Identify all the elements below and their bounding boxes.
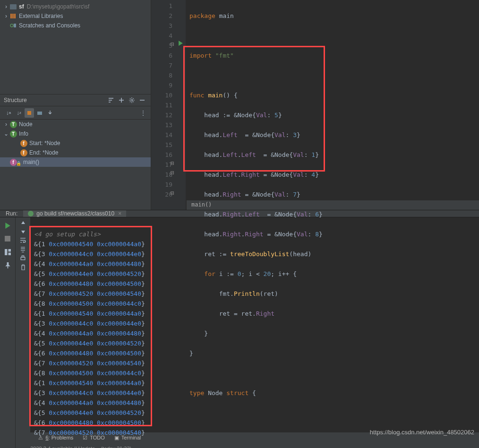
sort-icon[interactable] [106,95,116,105]
run-tab[interactable]: go build sf/newclass2/class010 × [23,210,126,217]
project-root[interactable]: › sf D:\mysetup\gopath\src\sf [0,2,151,11]
console-line: &{3 0xc0000044c0 0xc0000044e0} [34,319,475,328]
struct-label: Start: *Node [29,140,60,146]
wrap-icon[interactable] [20,237,26,243]
project-tree: › sf D:\mysetup\gopath\src\sf › External… [0,0,151,94]
svg-rect-10 [8,249,10,251]
stop-icon[interactable] [2,233,13,244]
run-label: Run: [0,210,23,217]
watermark: https://blog.csdn.net/weixin_48502062 [370,429,474,436]
layout-icon[interactable] [2,247,13,257]
sort-alpha-icon[interactable]: ↓a [4,108,13,118]
struct-label: main() [23,159,39,165]
editor-marks: ⊟ ⊟ ⊟ ⊟ [177,0,186,210]
scratch-icon [9,22,17,29]
pin-icon[interactable] [2,260,13,270]
fold-icon[interactable]: ⊟ [171,41,176,46]
console-line: &{4 0xc0000044a0 0xc000004480} [34,259,475,269]
chevron-right-icon[interactable]: › [3,3,9,10]
console-line: &{5 0xc0000044e0 0xc000004520} [34,338,475,348]
gear-icon[interactable] [127,95,137,105]
struct-label: Node [19,121,33,128]
svg-rect-12 [21,257,25,259]
library-icon [9,12,17,20]
console-line: &{1 0xc000004540 0xc0000044a0} [34,309,475,319]
svg-rect-4 [14,24,16,27]
breadcrumb[interactable]: main() [187,200,479,210]
svg-rect-13 [22,256,24,257]
project-name: sf [19,3,24,10]
console-line: &{8 0xc000004500 0xc0000044c0} [34,299,475,309]
struct-node[interactable]: › T Node [0,120,151,129]
console-line: &{4 0xc0000044a0 0xc000004480} [34,328,475,338]
svg-rect-6 [27,111,31,115]
console-line: &{5 0xc0000044e0 0xc000004520} [34,408,475,418]
struct-field[interactable]: f Start: *Node [0,138,151,148]
svg-rect-11 [8,252,10,255]
folder-icon[interactable] [35,108,44,118]
run-toolbar-left [0,217,15,448]
struct-field[interactable]: f End: *Node [0,148,151,157]
structure-title: Structure [4,97,105,103]
run-gutter-icon[interactable] [178,41,184,46]
svg-point-3 [10,24,13,27]
up-icon[interactable] [20,220,26,226]
scratches[interactable]: Scratches and Consoles [0,21,151,30]
console-line: &{3 0xc0000044c0 0xc0000044e0} [34,388,475,398]
minimize-icon[interactable] [137,95,147,105]
svg-rect-9 [5,249,7,255]
expand-icon[interactable] [117,95,126,105]
code-area[interactable]: package main import "fmt" func main() { … [186,0,479,210]
code-editor[interactable]: 1234567891011121314151617181920 ⊟ ⊟ ⊟ ⊟ … [151,0,479,210]
console-line: &{6 0xc000004480 0xc000004500} [34,418,475,428]
close-icon[interactable]: × [118,210,121,217]
console-line: &{4 0xc0000044a0 0xc000004480} [34,398,475,408]
down-icon[interactable] [20,229,26,234]
svg-rect-8 [5,236,10,241]
autoscroll-icon[interactable] [45,108,55,118]
bug-icon [28,211,34,216]
sort-type-icon[interactable]: ↓z [14,108,24,118]
struct-main[interactable]: f 🔒 main() [0,157,151,167]
run-toolbar-left2 [15,217,30,448]
trash-icon[interactable] [20,264,26,270]
type-icon: T [9,130,17,138]
structure-tree: › T Node ⌄ T Info f Start: *Node f End: … [0,120,151,210]
scroll-icon[interactable] [20,246,26,252]
folder-icon [9,3,17,10]
more-icon[interactable]: ⋮ [138,108,148,118]
structure-toolbar: ↓a ↓z ⋮ [0,106,151,120]
fold-icon[interactable]: ⊟ [171,160,176,165]
struct-label: Info [19,130,28,137]
struct-label: End: *Node [29,149,58,156]
svg-rect-0 [10,14,12,18]
fold-icon[interactable]: ⊟ [171,190,176,195]
rerun-icon[interactable] [2,220,13,231]
structure-header: Structure [0,94,151,106]
fold-text[interactable]: <4 go setup calls> [34,231,101,238]
console-output[interactable]: <4 go setup calls> &{1 0xc000004540 0xc0… [30,217,479,448]
console-line: &{7 0xc000004520 0xc000004540} [34,289,475,299]
console-line: &{6 0xc000004480 0xc000004500} [34,279,475,289]
lock-icon: 🔒 [16,161,21,166]
external-libraries[interactable]: › External Libraries [0,11,151,21]
type-icon: T [9,121,17,128]
console-line: &{7 0xc000004520 0xc000004540} [34,358,475,368]
field-icon: f [20,149,27,156]
filter-field-icon[interactable] [25,108,34,118]
field-icon: f [20,139,27,147]
svg-rect-1 [12,14,14,18]
print-icon[interactable] [20,255,26,261]
line-gutter: 1234567891011121314151617181920 [151,0,177,210]
svg-rect-7 [37,112,42,115]
run-tab-label: go build sf/newclass2/class010 [36,210,114,217]
chevron-right-icon[interactable]: › [3,121,9,128]
chevron-right-icon[interactable]: › [3,13,9,19]
console-line: &{5 0xc0000044e0 0xc000004520} [34,269,475,279]
tree-item-label: Scratches and Consoles [19,22,80,29]
fold-end-icon[interactable]: ⊟ [171,169,176,175]
chevron-down-icon[interactable]: ⌄ [3,130,9,137]
console-line: &{3 0xc0000044c0 0xc0000044e0} [34,249,475,259]
struct-info[interactable]: ⌄ T Info [0,129,151,138]
console-line: &{1 0xc000004540 0xc0000044a0} [34,378,475,388]
